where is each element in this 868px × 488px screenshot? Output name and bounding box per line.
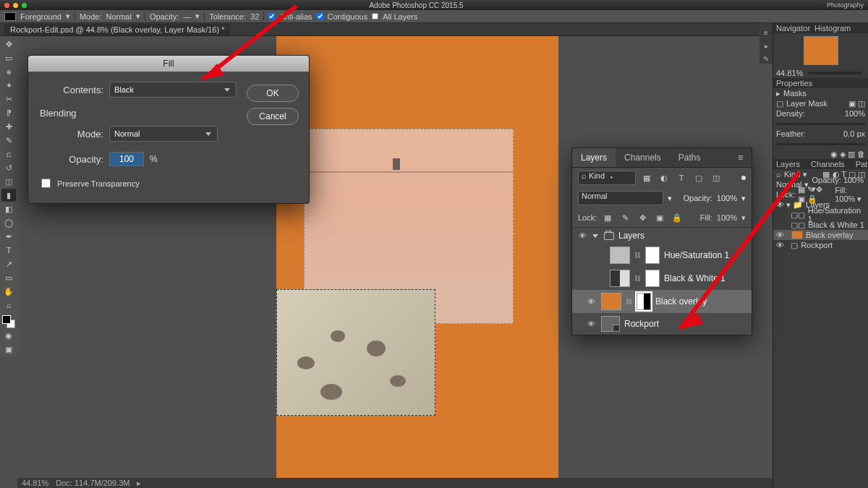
filter-shape-icon[interactable]: ▢ <box>692 171 705 184</box>
brush-tool-icon[interactable]: ✎ <box>1 134 16 147</box>
lock-position-icon[interactable]: ✥ <box>636 211 649 224</box>
foreground-swatch-icon[interactable] <box>4 12 16 21</box>
history-brush-tool-icon[interactable]: ↺ <box>1 161 16 174</box>
density-slider[interactable] <box>776 123 865 125</box>
layer-group[interactable]: 👁 Layers <box>572 228 752 244</box>
layer-opacity-value[interactable]: 100% <box>717 194 737 202</box>
doc-info[interactable]: Doc: 114.7M/209.3M <box>56 479 129 487</box>
filter-adj-icon[interactable]: ◐ <box>658 171 671 184</box>
nav-zoom[interactable]: 44.81% <box>776 69 803 77</box>
layer-item[interactable]: 👁 Rockport <box>572 313 752 335</box>
eyedropper-tool-icon[interactable]: ⁋ <box>1 106 16 119</box>
eraser-tool-icon[interactable]: ◫ <box>1 175 16 188</box>
mask-thumb-icon[interactable] <box>645 247 660 264</box>
blend-mode-select[interactable]: Normal <box>578 191 663 205</box>
tolerance-value[interactable]: 32 <box>250 12 259 21</box>
opacity-input[interactable] <box>109 152 144 166</box>
mini-layers-tab[interactable]: Layers <box>776 160 800 168</box>
history-icon[interactable]: ≡ <box>761 27 771 38</box>
properties-kind: Masks <box>783 89 807 98</box>
folder-icon <box>604 232 614 240</box>
navigator-tab[interactable]: Navigator <box>776 24 810 33</box>
zoom-tool-icon[interactable]: ⌕ <box>1 299 16 312</box>
path-tool-icon[interactable]: ↗ <box>1 257 16 270</box>
visibility-icon[interactable]: 👁 <box>576 231 588 240</box>
stamp-tool-icon[interactable]: ⎌ <box>1 147 16 160</box>
paths-tab[interactable]: Paths <box>670 148 710 167</box>
properties-tab[interactable]: Properties <box>776 79 812 87</box>
shape-tool-icon[interactable]: ▭ <box>1 271 16 284</box>
document-tab[interactable]: Rockport-Edit.psd @ 44.8% (Black overlay… <box>4 24 230 35</box>
contents-dropdown[interactable]: Black <box>109 82 237 98</box>
screenmode-icon[interactable]: ▣ <box>1 343 16 356</box>
layer-fill-value[interactable]: 100% <box>717 213 737 222</box>
mask-thumb-icon[interactable] <box>637 293 651 310</box>
lock-all-icon[interactable]: 🔒 <box>671 211 684 224</box>
workspace-name[interactable]: Photography <box>806 1 864 9</box>
layer-kind-select[interactable]: ⌕ Kind ▾ <box>578 171 636 185</box>
panel-menu-icon[interactable]: ≡ <box>729 148 752 167</box>
opacity-value[interactable]: — <box>183 12 191 21</box>
lock-artboard-icon[interactable]: ▣ <box>653 211 666 224</box>
close-window-icon[interactable] <box>4 3 9 8</box>
mode-dropdown[interactable]: Normal <box>109 126 218 142</box>
bucket-tool-icon[interactable]: ▮ <box>1 189 16 202</box>
status-bar: 44.81% Doc: 114.7M/209.3M▸ <box>17 478 773 488</box>
gradient-tool-icon[interactable]: ◧ <box>1 202 16 215</box>
minimize-window-icon[interactable] <box>13 3 18 8</box>
antialias-checkbox[interactable] <box>268 13 275 20</box>
link-icon[interactable]: ⛓ <box>634 252 641 259</box>
layer-item[interactable]: ⛓ Black & White 1 <box>572 267 752 290</box>
filter-toggle-icon[interactable] <box>741 176 746 180</box>
pen-tool-icon[interactable]: ✒ <box>1 230 16 243</box>
zoom-level[interactable]: 44.81% <box>22 479 48 487</box>
disclosure-icon[interactable] <box>592 234 598 238</box>
actions-icon[interactable]: ▸ <box>761 40 771 51</box>
lasso-tool-icon[interactable]: ⎈ <box>1 65 16 78</box>
preserve-transparency-checkbox[interactable]: Preserve Transparency <box>38 176 237 190</box>
photo-bottom-selection <box>276 289 435 416</box>
contiguous-checkbox[interactable] <box>317 13 323 20</box>
density-value[interactable]: 100% <box>845 109 865 118</box>
magic-wand-tool-icon[interactable]: ✦ <box>1 79 16 92</box>
lock-pixels-icon[interactable]: ▦ <box>601 211 614 224</box>
histogram-tab[interactable]: Histogram <box>814 24 851 33</box>
mode-label: Mode: <box>38 129 103 140</box>
filter-pixel-icon[interactable]: ▦ <box>640 171 653 184</box>
link-icon[interactable]: ⛓ <box>626 298 632 305</box>
lock-position-brush-icon[interactable]: ✎ <box>618 211 631 224</box>
nav-zoom-slider[interactable] <box>809 72 862 74</box>
layer-item[interactable]: ⛓ Hue/Saturation 1 <box>572 244 752 267</box>
navigator-thumb[interactable] <box>804 36 838 65</box>
channels-tab[interactable]: Channels <box>616 148 670 167</box>
brushes-icon[interactable]: ✎ <box>761 53 771 64</box>
visibility-icon[interactable]: 👁 <box>585 320 597 328</box>
color-swatches[interactable] <box>2 315 15 328</box>
crop-tool-icon[interactable]: ✂ <box>1 93 16 106</box>
all-layers-checkbox[interactable] <box>372 13 378 20</box>
properties-sub: Layer Mask <box>786 99 827 108</box>
type-tool-icon[interactable]: T <box>1 244 16 257</box>
link-icon[interactable]: ⛓ <box>634 275 641 282</box>
ok-button[interactable]: OK <box>247 85 299 102</box>
visibility-icon[interactable]: 👁 <box>585 297 597 306</box>
mode-value[interactable]: Normal <box>106 12 131 21</box>
filter-smart-icon[interactable]: ◫ <box>710 171 723 184</box>
dodge-tool-icon[interactable]: ◯ <box>1 216 16 229</box>
move-tool-icon[interactable]: ✥ <box>1 38 16 51</box>
fill-dialog[interactable]: Fill Contents: Black Blending Mode: Norm… <box>27 55 310 204</box>
feather-value[interactable]: 0.0 px <box>843 129 865 138</box>
mask-thumb-icon[interactable] <box>645 270 660 287</box>
healing-tool-icon[interactable]: ✚ <box>1 120 16 133</box>
cancel-button[interactable]: Cancel <box>247 108 299 125</box>
layers-tab[interactable]: Layers <box>572 148 616 167</box>
quickmask-icon[interactable]: ◉ <box>1 329 16 342</box>
solid-color-thumb-icon <box>601 293 621 310</box>
filter-type-icon[interactable]: T <box>675 171 688 184</box>
feather-slider[interactable] <box>776 143 865 145</box>
marquee-tool-icon[interactable]: ▭ <box>1 51 16 64</box>
maximize-window-icon[interactable] <box>22 3 27 8</box>
layer-item-selected[interactable]: 👁 ⛓ Black overlay <box>572 290 752 313</box>
layers-panel[interactable]: Layers Channels Paths ≡ ⌕ Kind ▾ ▦ ◐ T ▢… <box>571 147 752 335</box>
hand-tool-icon[interactable]: ✋ <box>1 285 16 298</box>
